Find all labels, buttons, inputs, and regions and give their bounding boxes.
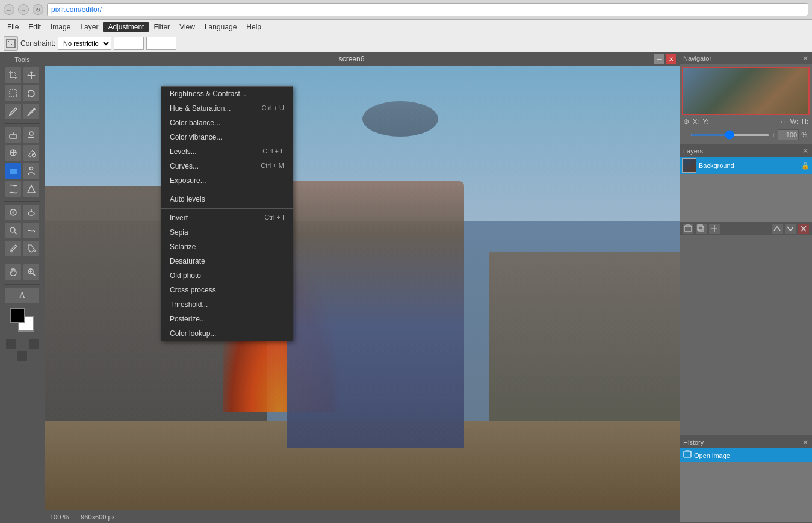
svg-point-12 <box>12 211 14 214</box>
layer-add-group-button[interactable] <box>682 223 694 234</box>
menu-layer[interactable]: Layer <box>75 22 103 32</box>
tool-row-4 <box>5 126 40 143</box>
layers-close-button[interactable]: ✕ <box>802 147 808 155</box>
menu-invert[interactable]: Invert Ctrl + I <box>161 211 293 225</box>
menu-sepia[interactable]: Sepia <box>161 225 293 240</box>
color-replace-tool[interactable] <box>23 144 40 161</box>
brush-tool[interactable] <box>23 103 40 120</box>
refresh-button[interactable]: ↻ <box>33 4 43 15</box>
person-tool[interactable] <box>23 162 40 179</box>
hand-tool[interactable] <box>5 264 22 280</box>
magnify-tool[interactable] <box>5 222 22 239</box>
menu-item-label: Color balance... <box>170 119 220 127</box>
navigator-panel: Navigator ✕ ⊕ X: Y: <box>680 52 812 145</box>
menu-file[interactable]: File <box>2 22 23 32</box>
zoom-tool[interactable] <box>23 264 40 280</box>
menu-filter[interactable]: Filter <box>149 22 175 32</box>
grid-tool-4[interactable] <box>5 350 16 361</box>
navigator-close-button[interactable]: ✕ <box>802 54 808 63</box>
menu-view[interactable]: View <box>175 22 200 32</box>
smudge-tool[interactable] <box>23 222 40 239</box>
rect-shape-tool[interactable] <box>5 162 22 179</box>
layer-delete-button[interactable] <box>798 223 810 234</box>
forward-button[interactable]: → <box>18 4 29 15</box>
menu-levels[interactable]: Levels... Ctrl + L <box>161 144 293 159</box>
layer-move-up-button[interactable] <box>771 223 783 234</box>
menu-hue-saturation[interactable]: Hue & Saturation... Ctrl + U <box>161 101 293 116</box>
svg-rect-2 <box>10 90 17 97</box>
menu-color-lookup[interactable]: Color lookup... <box>161 326 293 341</box>
layer-merge-button[interactable] <box>708 223 721 234</box>
tool-sep-4 <box>4 284 40 285</box>
menu-item-shortcut: Ctrl + L <box>262 147 284 156</box>
history-title: History <box>683 439 704 446</box>
canvas-minimize-button[interactable]: ─ <box>654 54 664 64</box>
menu-threshold[interactable]: Threshold... <box>161 297 293 312</box>
layer-item[interactable]: Background 🔒 <box>680 157 812 174</box>
healing-tool[interactable] <box>5 144 22 161</box>
menu-color-vibrance[interactable]: Color vibrance... <box>161 130 293 144</box>
menu-exposure[interactable]: Exposure... <box>161 173 293 188</box>
resize-icon: ↔ <box>779 117 787 126</box>
toolbar-width-input[interactable] <box>114 37 144 50</box>
menu-language[interactable]: Language <box>200 22 241 32</box>
menu-auto-levels[interactable]: Auto levels <box>161 192 293 206</box>
constraint-label: Constraint: <box>20 39 55 48</box>
menu-image[interactable]: Image <box>46 22 75 32</box>
constraint-select[interactable]: No restrictio <box>58 37 111 50</box>
zoom-value-input[interactable] <box>778 129 799 140</box>
grid-tool-1[interactable] <box>5 339 16 350</box>
menu-curves[interactable]: Curves... Ctrl + M <box>161 159 293 173</box>
history-item[interactable]: Open image <box>680 448 812 462</box>
eraser-tool[interactable] <box>5 126 22 143</box>
layer-duplicate-button[interactable] <box>695 223 707 234</box>
move-tool[interactable] <box>23 67 40 84</box>
zoom-slider[interactable] <box>690 134 769 136</box>
nav-y-coord: Y: <box>702 117 708 126</box>
lasso-tool[interactable] <box>23 85 40 102</box>
game-image <box>45 66 680 510</box>
svg-line-1 <box>7 39 15 48</box>
history-close-button[interactable]: ✕ <box>802 438 808 447</box>
menu-edit[interactable]: Edit <box>23 22 46 32</box>
triangle-tool[interactable] <box>23 181 40 197</box>
stamp-tool[interactable] <box>23 126 40 143</box>
warp-tool[interactable] <box>5 181 22 197</box>
pencil-tool[interactable] <box>5 103 22 120</box>
menu-item-shortcut: Ctrl + I <box>264 214 284 222</box>
layers-toolbar <box>680 222 812 235</box>
grid-tool-2[interactable] <box>17 339 28 350</box>
tool-row-3 <box>5 103 40 120</box>
foreground-color[interactable] <box>10 308 25 323</box>
grid-tool-3[interactable] <box>28 339 39 350</box>
text-tool[interactable]: A <box>5 287 40 304</box>
select-rect-tool[interactable] <box>5 85 22 102</box>
toolbar-height-input[interactable] <box>146 37 176 50</box>
blur-tool[interactable] <box>5 204 22 221</box>
menu-desaturate[interactable]: Desaturate <box>161 254 293 268</box>
fill-tool[interactable] <box>23 240 40 257</box>
address-bar[interactable]: pixlr.com/editor/ <box>47 3 808 16</box>
menu-posterize[interactable]: Posterize... <box>161 312 293 326</box>
menu-solarize[interactable]: Solarize <box>161 240 293 254</box>
svg-rect-25 <box>684 451 691 457</box>
color-picker[interactable] <box>10 308 35 333</box>
layer-move-down-button[interactable] <box>784 223 796 234</box>
canvas-close-button[interactable]: ✕ <box>666 54 676 64</box>
menu-old-photo[interactable]: Old photo <box>161 268 293 283</box>
dodge-tool[interactable] <box>23 204 40 221</box>
grid-tool-6[interactable] <box>28 350 39 361</box>
adjustment-dropdown: Brightness & Contrast... Hue & Saturatio… <box>161 86 293 341</box>
crop-tool[interactable] <box>5 67 22 84</box>
menu-adjustment[interactable]: Adjustment <box>103 22 149 32</box>
menu-brightness-contrast[interactable]: Brightness & Contrast... <box>161 87 293 101</box>
layers-content: Background 🔒 <box>680 157 812 222</box>
back-button[interactable]: ← <box>4 4 14 15</box>
menu-help[interactable]: Help <box>241 22 266 32</box>
navigator-preview-image <box>683 68 808 114</box>
grid-tool-5[interactable] <box>17 350 28 361</box>
menu-color-balance[interactable]: Color balance... <box>161 116 293 130</box>
eyedropper-tool[interactable] <box>5 240 22 257</box>
menu-item-label: Color lookup... <box>170 329 216 338</box>
menu-cross-process[interactable]: Cross process <box>161 283 293 297</box>
